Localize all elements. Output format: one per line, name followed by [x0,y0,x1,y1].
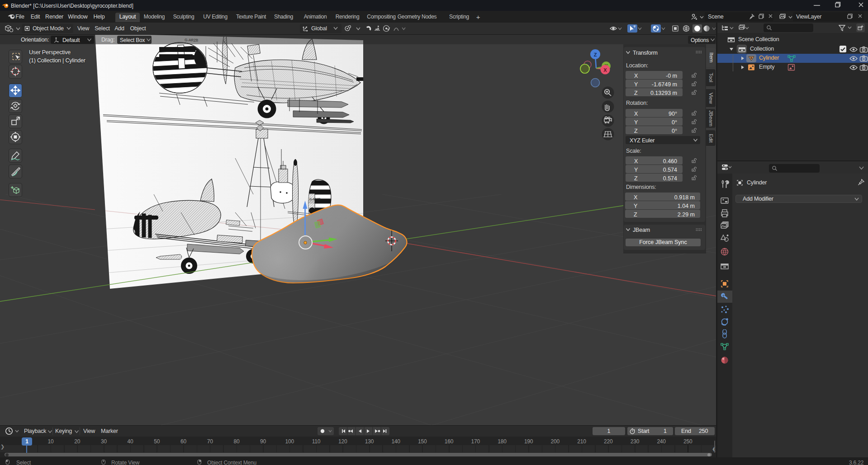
svg-text:G-ARZB: G-ARZB [309,197,321,201]
svg-text:Z: Z [594,52,597,57]
svg-text:X: X [603,67,607,73]
